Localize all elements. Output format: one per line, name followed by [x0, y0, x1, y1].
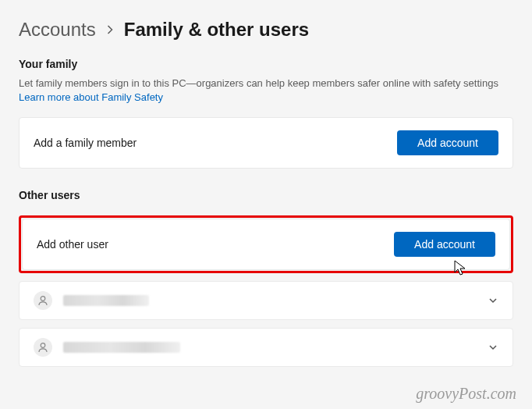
add-family-member-card: Add a family member Add account: [19, 117, 513, 169]
watermark: groovyPost.com: [416, 385, 516, 403]
person-icon: [37, 295, 48, 306]
breadcrumb-current: Family & other users: [124, 19, 309, 41]
redacted-username: [63, 342, 180, 353]
breadcrumb: Accounts Family & other users: [19, 19, 513, 41]
add-other-user-card: Add other user Add account: [22, 219, 510, 270]
svg-point-0: [41, 297, 45, 301]
other-users-section: Other users Add other user Add account: [19, 189, 513, 367]
chevron-down-icon: [488, 342, 498, 353]
family-section: Your family Let family members sign in t…: [19, 58, 513, 169]
svg-point-1: [41, 343, 45, 348]
user-account-row[interactable]: [19, 281, 513, 320]
avatar: [34, 338, 52, 357]
redacted-username: [63, 295, 149, 306]
family-section-title: Your family: [19, 58, 513, 70]
breadcrumb-parent[interactable]: Accounts: [19, 19, 96, 41]
avatar: [34, 291, 52, 310]
chevron-right-icon: [105, 25, 115, 34]
add-family-account-button[interactable]: Add account: [397, 130, 498, 155]
learn-more-family-safety-link[interactable]: Learn more about Family Safety: [19, 91, 163, 103]
add-other-user-label: Add other user: [37, 238, 108, 251]
add-other-account-button[interactable]: Add account: [394, 232, 495, 257]
family-section-desc: Let family members sign in to this PC—or…: [19, 76, 513, 105]
add-family-member-label: Add a family member: [34, 137, 137, 149]
family-desc-text: Let family members sign in to this PC—or…: [19, 77, 498, 89]
highlight-annotation: Add other user Add account: [19, 215, 513, 273]
other-users-section-title: Other users: [19, 189, 513, 201]
user-account-row[interactable]: [19, 328, 513, 367]
chevron-down-icon: [488, 295, 498, 306]
person-icon: [37, 342, 48, 353]
